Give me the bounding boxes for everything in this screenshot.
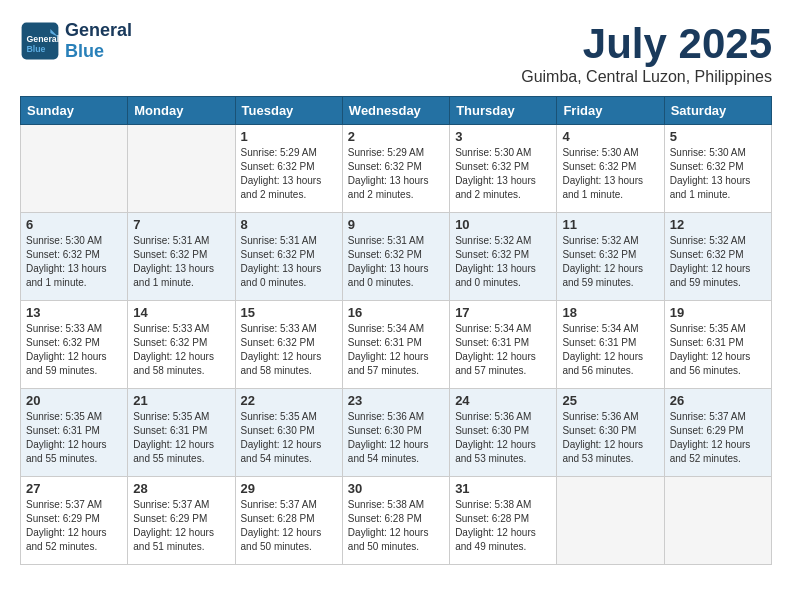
day-number: 5 [670, 129, 766, 144]
calendar-day-cell: 6Sunrise: 5:30 AM Sunset: 6:32 PM Daylig… [21, 213, 128, 301]
calendar-day-cell: 11Sunrise: 5:32 AM Sunset: 6:32 PM Dayli… [557, 213, 664, 301]
day-info: Sunrise: 5:30 AM Sunset: 6:32 PM Dayligh… [562, 146, 658, 202]
day-number: 12 [670, 217, 766, 232]
logo-line2: Blue [65, 41, 132, 62]
calendar-day-cell: 12Sunrise: 5:32 AM Sunset: 6:32 PM Dayli… [664, 213, 771, 301]
calendar-day-cell: 3Sunrise: 5:30 AM Sunset: 6:32 PM Daylig… [450, 125, 557, 213]
day-number: 7 [133, 217, 229, 232]
day-info: Sunrise: 5:33 AM Sunset: 6:32 PM Dayligh… [241, 322, 337, 378]
day-info: Sunrise: 5:33 AM Sunset: 6:32 PM Dayligh… [133, 322, 229, 378]
day-number: 19 [670, 305, 766, 320]
day-info: Sunrise: 5:36 AM Sunset: 6:30 PM Dayligh… [455, 410, 551, 466]
calendar-day-cell: 28Sunrise: 5:37 AM Sunset: 6:29 PM Dayli… [128, 477, 235, 565]
day-info: Sunrise: 5:37 AM Sunset: 6:29 PM Dayligh… [26, 498, 122, 554]
day-info: Sunrise: 5:34 AM Sunset: 6:31 PM Dayligh… [348, 322, 444, 378]
day-info: Sunrise: 5:36 AM Sunset: 6:30 PM Dayligh… [562, 410, 658, 466]
day-info: Sunrise: 5:30 AM Sunset: 6:32 PM Dayligh… [670, 146, 766, 202]
day-number: 2 [348, 129, 444, 144]
calendar-day-cell [557, 477, 664, 565]
day-number: 28 [133, 481, 229, 496]
day-number: 20 [26, 393, 122, 408]
calendar-day-cell: 24Sunrise: 5:36 AM Sunset: 6:30 PM Dayli… [450, 389, 557, 477]
day-info: Sunrise: 5:37 AM Sunset: 6:29 PM Dayligh… [670, 410, 766, 466]
calendar-day-cell [664, 477, 771, 565]
day-info: Sunrise: 5:38 AM Sunset: 6:28 PM Dayligh… [455, 498, 551, 554]
calendar-week-row: 6Sunrise: 5:30 AM Sunset: 6:32 PM Daylig… [21, 213, 772, 301]
calendar-day-cell: 27Sunrise: 5:37 AM Sunset: 6:29 PM Dayli… [21, 477, 128, 565]
calendar-day-cell: 8Sunrise: 5:31 AM Sunset: 6:32 PM Daylig… [235, 213, 342, 301]
calendar-day-cell: 2Sunrise: 5:29 AM Sunset: 6:32 PM Daylig… [342, 125, 449, 213]
day-number: 13 [26, 305, 122, 320]
day-info: Sunrise: 5:38 AM Sunset: 6:28 PM Dayligh… [348, 498, 444, 554]
calendar-table: SundayMondayTuesdayWednesdayThursdayFrid… [20, 96, 772, 565]
day-info: Sunrise: 5:31 AM Sunset: 6:32 PM Dayligh… [241, 234, 337, 290]
calendar-day-cell: 5Sunrise: 5:30 AM Sunset: 6:32 PM Daylig… [664, 125, 771, 213]
calendar-week-row: 20Sunrise: 5:35 AM Sunset: 6:31 PM Dayli… [21, 389, 772, 477]
calendar-day-cell: 15Sunrise: 5:33 AM Sunset: 6:32 PM Dayli… [235, 301, 342, 389]
calendar-day-cell: 13Sunrise: 5:33 AM Sunset: 6:32 PM Dayli… [21, 301, 128, 389]
day-number: 30 [348, 481, 444, 496]
day-info: Sunrise: 5:32 AM Sunset: 6:32 PM Dayligh… [455, 234, 551, 290]
day-info: Sunrise: 5:36 AM Sunset: 6:30 PM Dayligh… [348, 410, 444, 466]
calendar-day-cell: 9Sunrise: 5:31 AM Sunset: 6:32 PM Daylig… [342, 213, 449, 301]
day-number: 9 [348, 217, 444, 232]
day-info: Sunrise: 5:31 AM Sunset: 6:32 PM Dayligh… [348, 234, 444, 290]
calendar-day-cell: 19Sunrise: 5:35 AM Sunset: 6:31 PM Dayli… [664, 301, 771, 389]
calendar-day-cell: 10Sunrise: 5:32 AM Sunset: 6:32 PM Dayli… [450, 213, 557, 301]
location: Guimba, Central Luzon, Philippines [521, 68, 772, 86]
month-year: July 2025 [521, 20, 772, 68]
day-info: Sunrise: 5:29 AM Sunset: 6:32 PM Dayligh… [241, 146, 337, 202]
day-number: 14 [133, 305, 229, 320]
calendar-week-row: 1Sunrise: 5:29 AM Sunset: 6:32 PM Daylig… [21, 125, 772, 213]
calendar-day-cell: 25Sunrise: 5:36 AM Sunset: 6:30 PM Dayli… [557, 389, 664, 477]
calendar-day-cell [21, 125, 128, 213]
calendar-day-cell: 26Sunrise: 5:37 AM Sunset: 6:29 PM Dayli… [664, 389, 771, 477]
calendar-day-cell: 14Sunrise: 5:33 AM Sunset: 6:32 PM Dayli… [128, 301, 235, 389]
svg-text:General: General [26, 34, 59, 44]
day-info: Sunrise: 5:31 AM Sunset: 6:32 PM Dayligh… [133, 234, 229, 290]
day-number: 11 [562, 217, 658, 232]
day-number: 21 [133, 393, 229, 408]
day-info: Sunrise: 5:33 AM Sunset: 6:32 PM Dayligh… [26, 322, 122, 378]
calendar-day-cell: 22Sunrise: 5:35 AM Sunset: 6:30 PM Dayli… [235, 389, 342, 477]
day-info: Sunrise: 5:30 AM Sunset: 6:32 PM Dayligh… [26, 234, 122, 290]
weekday-header: Wednesday [342, 97, 449, 125]
calendar-day-cell: 18Sunrise: 5:34 AM Sunset: 6:31 PM Dayli… [557, 301, 664, 389]
day-number: 6 [26, 217, 122, 232]
day-number: 17 [455, 305, 551, 320]
page-header: General Blue General Blue July 2025 Guim… [20, 20, 772, 86]
calendar-day-cell: 17Sunrise: 5:34 AM Sunset: 6:31 PM Dayli… [450, 301, 557, 389]
day-info: Sunrise: 5:34 AM Sunset: 6:31 PM Dayligh… [562, 322, 658, 378]
weekday-header: Tuesday [235, 97, 342, 125]
day-number: 31 [455, 481, 551, 496]
day-number: 16 [348, 305, 444, 320]
day-info: Sunrise: 5:29 AM Sunset: 6:32 PM Dayligh… [348, 146, 444, 202]
day-info: Sunrise: 5:30 AM Sunset: 6:32 PM Dayligh… [455, 146, 551, 202]
weekday-header: Friday [557, 97, 664, 125]
day-info: Sunrise: 5:32 AM Sunset: 6:32 PM Dayligh… [670, 234, 766, 290]
logo: General Blue General Blue [20, 20, 132, 62]
day-number: 27 [26, 481, 122, 496]
day-number: 26 [670, 393, 766, 408]
calendar-day-cell: 30Sunrise: 5:38 AM Sunset: 6:28 PM Dayli… [342, 477, 449, 565]
calendar-week-row: 13Sunrise: 5:33 AM Sunset: 6:32 PM Dayli… [21, 301, 772, 389]
day-info: Sunrise: 5:35 AM Sunset: 6:31 PM Dayligh… [26, 410, 122, 466]
calendar-day-cell: 7Sunrise: 5:31 AM Sunset: 6:32 PM Daylig… [128, 213, 235, 301]
svg-text:Blue: Blue [26, 44, 45, 54]
day-number: 3 [455, 129, 551, 144]
calendar-day-cell: 23Sunrise: 5:36 AM Sunset: 6:30 PM Dayli… [342, 389, 449, 477]
day-number: 15 [241, 305, 337, 320]
calendar-week-row: 27Sunrise: 5:37 AM Sunset: 6:29 PM Dayli… [21, 477, 772, 565]
calendar-day-cell: 29Sunrise: 5:37 AM Sunset: 6:28 PM Dayli… [235, 477, 342, 565]
day-number: 29 [241, 481, 337, 496]
weekday-header: Sunday [21, 97, 128, 125]
day-info: Sunrise: 5:35 AM Sunset: 6:31 PM Dayligh… [670, 322, 766, 378]
weekday-header-row: SundayMondayTuesdayWednesdayThursdayFrid… [21, 97, 772, 125]
day-number: 23 [348, 393, 444, 408]
day-number: 24 [455, 393, 551, 408]
day-number: 8 [241, 217, 337, 232]
day-info: Sunrise: 5:34 AM Sunset: 6:31 PM Dayligh… [455, 322, 551, 378]
weekday-header: Monday [128, 97, 235, 125]
calendar-day-cell: 20Sunrise: 5:35 AM Sunset: 6:31 PM Dayli… [21, 389, 128, 477]
day-info: Sunrise: 5:32 AM Sunset: 6:32 PM Dayligh… [562, 234, 658, 290]
